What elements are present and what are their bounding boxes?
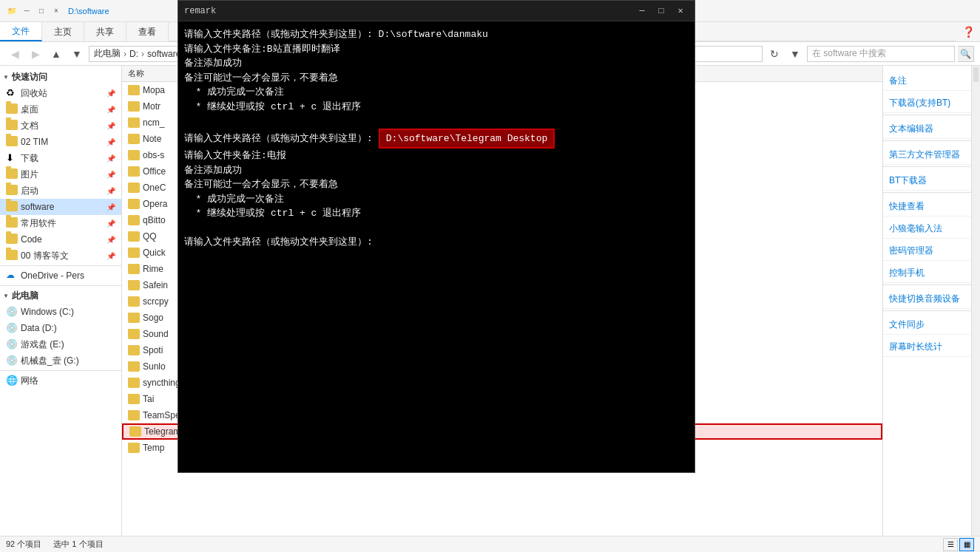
folder-icon-code <box>6 234 18 245</box>
terminal-line-3: 备注添加成功 <box>184 56 689 71</box>
right-panel-item-quick-view[interactable]: 快捷查看 <box>883 194 971 217</box>
sidebar-item-c[interactable]: 💿 Windows (C:) <box>0 304 121 320</box>
dropdown-button[interactable]: ▼ <box>786 45 804 63</box>
window-icon: 📁 <box>6 5 18 17</box>
sidebar-item-pictures[interactable]: 图片 📌 <box>0 166 121 183</box>
status-bar: 92 个项目 选中 1 个项目 ☰ ▦ <box>0 536 980 552</box>
pin-icon-startup: 📌 <box>107 187 115 195</box>
tab-file[interactable]: 文件 <box>0 22 42 41</box>
breadcrumb-software[interactable]: software <box>147 49 180 59</box>
terminal-close-button[interactable]: ✕ <box>672 4 689 18</box>
terminal-line-7 <box>184 114 689 129</box>
search-box: 在 software 中搜索 <box>807 46 955 62</box>
terminal-body: 请输入文件夹路径（或拖动文件夹到这里）: D:\software\danmaku… <box>178 21 695 472</box>
pin-icon-software: 📌 <box>107 203 115 211</box>
refresh-button[interactable]: ↻ <box>766 45 783 63</box>
terminal-line-2: 请输入文件夹备注:B站直播即时翻译 <box>184 42 689 57</box>
sidebar-item-common[interactable]: 常用软件 📌 <box>0 215 121 231</box>
close-icon[interactable]: × <box>50 5 62 17</box>
right-panel-item-control-phone[interactable]: 控制手机 <box>883 261 971 283</box>
this-pc-label: 此电脑 <box>12 290 38 302</box>
terminal-line-11: 备注可能过一会才会显示，不要着急 <box>184 177 689 192</box>
right-panel-item-downloader[interactable]: 下载器(支持BT) <box>883 91 971 113</box>
sidebar-label-e: 游戏盘 (E:) <box>21 338 64 351</box>
up-button[interactable]: ▲ <box>47 45 65 63</box>
sidebar-item-desktop[interactable]: 桌面 📌 <box>0 101 121 117</box>
sidebar-label-pictures: 图片 <box>21 168 38 181</box>
terminal-title-bar: remark — □ ✕ <box>178 1 695 21</box>
breadcrumb-d[interactable]: D: <box>129 49 138 59</box>
sidebar-label-common: 常用软件 <box>21 217 56 230</box>
quick-access-header[interactable]: ▼ 快速访问 <box>0 69 121 85</box>
right-panel-item-file-sync[interactable]: 文件同步 <box>883 313 971 335</box>
terminal-line-6: * 继续处理或按 ctrl + c 退出程序 <box>184 100 689 115</box>
title-bar-path: D:\software <box>68 7 109 16</box>
sidebar-item-startup[interactable]: 启动 📌 <box>0 183 121 199</box>
right-panel-item-file-manager[interactable]: 第三方文件管理器 <box>883 143 971 165</box>
pin-icon-docs: 📌 <box>107 122 115 130</box>
sidebar-label-code: Code <box>21 234 42 245</box>
right-scrollbar[interactable] <box>971 66 980 536</box>
pin-icon-tim: 📌 <box>107 138 115 146</box>
title-bar-icons: 📁 ─ □ × <box>6 5 62 17</box>
pin-icon: 📌 <box>107 89 115 98</box>
sidebar-label-c: Windows (C:) <box>21 307 74 317</box>
sidebar-label-software: software <box>21 202 54 212</box>
terminal-line-9: 请输入文件夹备注:电报 <box>184 149 689 163</box>
terminal-minimize-button[interactable]: — <box>634 4 650 18</box>
help-button[interactable]: ❓ <box>959 23 977 41</box>
sidebar-item-e[interactable]: 💿 游戏盘 (E:) <box>0 336 121 352</box>
right-panel-item-text-editor[interactable]: 文本编辑器 <box>883 117 971 139</box>
right-panel-item-audio-switch[interactable]: 快捷切换音频设备 <box>883 287 971 309</box>
sidebar-item-tim[interactable]: 02 TIM 📌 <box>0 134 121 150</box>
tab-view[interactable]: 查看 <box>126 22 169 41</box>
sidebar-label-d: Data (D:) <box>21 323 57 333</box>
right-panel-item-input-method[interactable]: 小狼毫输入法 <box>883 217 971 239</box>
sidebar-item-blog[interactable]: 00 博客等文 📌 <box>0 248 121 264</box>
recent-button[interactable]: ▼ <box>68 45 86 63</box>
back-button[interactable]: ◀ <box>6 45 24 63</box>
right-panel-item-password-mgr[interactable]: 密码管理器 <box>883 239 971 261</box>
terminal-line-10: 备注添加成功 <box>184 163 689 178</box>
folder-icon-pictures <box>6 168 18 180</box>
sidebar-item-onedrive[interactable]: ☁ OneDrive - Pers <box>0 268 121 284</box>
drive-c-icon: 💿 <box>6 306 18 318</box>
right-panel-item-screen-time[interactable]: 屏幕时长统计 <box>883 335 971 357</box>
tab-share[interactable]: 共享 <box>84 22 126 41</box>
maximize-icon[interactable]: □ <box>36 5 47 17</box>
breadcrumb-pc[interactable]: 此电脑 <box>94 47 121 60</box>
terminal-title: remark <box>184 6 634 16</box>
folder-icon-desktop <box>6 103 18 115</box>
minimize-icon[interactable]: ─ <box>21 5 33 17</box>
right-panel-header-note: 备注 <box>883 69 971 91</box>
terminal-line-12: * 成功完成一次备注 <box>184 192 689 207</box>
breadcrumb-sep1: › <box>124 49 126 59</box>
tab-home[interactable]: 主页 <box>42 22 84 41</box>
sidebar-label-docs: 文档 <box>21 120 38 132</box>
this-pc-header[interactable]: ▼ 此电脑 <box>0 287 121 304</box>
breadcrumb-sep2: › <box>141 49 144 59</box>
sidebar-item-d[interactable]: 💿 Data (D:) <box>0 320 121 336</box>
sidebar: ▼ 快速访问 ♻ 回收站 📌 桌面 📌 文档 📌 02 TIM 📌 ⬇ 下载 📌 <box>0 66 122 536</box>
right-panel-item-bt-downloader[interactable]: BT下载器 <box>883 168 971 191</box>
sidebar-item-downloads[interactable]: ⬇ 下载 📌 <box>0 150 121 166</box>
sidebar-item-network[interactable]: 🌐 网络 <box>0 372 121 389</box>
sidebar-item-docs[interactable]: 文档 📌 <box>0 117 121 134</box>
terminal-window: remark — □ ✕ 请输入文件夹路径（或拖动文件夹到这里）: D:\sof… <box>178 0 695 473</box>
sidebar-item-recycle[interactable]: ♻ 回收站 📌 <box>0 85 121 101</box>
sidebar-item-g[interactable]: 💿 机械盘_壹 (G:) <box>0 352 121 369</box>
drive-g-icon: 💿 <box>6 355 18 367</box>
folder-icon-downloads: ⬇ <box>6 152 18 164</box>
terminal-maximize-button[interactable]: □ <box>653 4 669 18</box>
sidebar-label-g: 机械盘_壹 (G:) <box>21 355 79 367</box>
search-button[interactable]: 🔍 <box>958 46 974 62</box>
pin-icon-desktop: 📌 <box>107 106 115 114</box>
selected-count: 选中 1 个项目 <box>53 539 103 550</box>
sidebar-item-software[interactable]: software 📌 <box>0 199 121 215</box>
view-list-button[interactable]: ▦ <box>959 538 974 551</box>
forward-button[interactable]: ▶ <box>27 45 44 63</box>
folder-icon-blog <box>6 250 18 262</box>
sidebar-item-code[interactable]: Code 📌 <box>0 231 121 248</box>
sidebar-label-desktop: 桌面 <box>21 103 38 116</box>
view-details-button[interactable]: ☰ <box>943 538 958 551</box>
